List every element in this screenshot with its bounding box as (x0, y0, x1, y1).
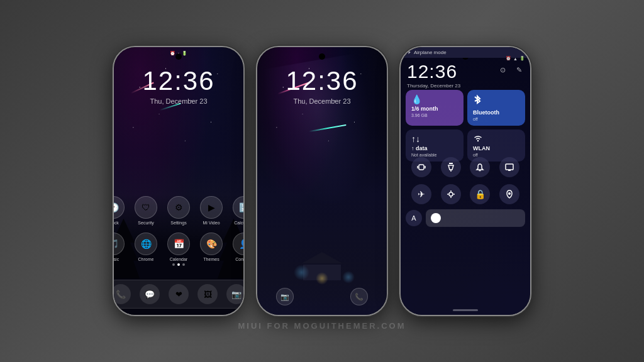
phone-2: 12:36 Thu, December 23 📷 📞 (256, 46, 388, 316)
lockscreen-clock: 12:36 Thu, December 23 (257, 66, 387, 105)
app-icon-themes[interactable]: 🎨 Themes (200, 233, 223, 261)
vibrate-toggle[interactable] (411, 157, 431, 177)
app-grid: 🕐 Clock 🛡 Security ⚙ Settings ▶ Mi Video… (114, 196, 243, 261)
app-circle-clock: 🕐 (114, 196, 125, 219)
cast-toggle[interactable] (499, 157, 519, 177)
airplane-toggle[interactable]: ✈ (411, 184, 431, 204)
signal-icon: ▲ (177, 52, 181, 56)
app-icon-calculator[interactable]: 🔢 Calculator (233, 196, 243, 225)
phone-3: ✈ Airplane mode ⏰ ▲ 🔋 12:36 Thursday, De… (399, 46, 531, 316)
airplane-icon: ✈ (407, 50, 411, 55)
page-dots (114, 263, 243, 266)
clock-display: 12:36 Thu, December 23 (114, 66, 243, 105)
edit-icon[interactable]: ✎ (513, 63, 525, 76)
bluetooth-icon (473, 94, 519, 108)
mobile-data-title: ↑ data (411, 145, 458, 151)
mobile-data-sub: Not available (411, 153, 458, 157)
brightness-slider[interactable]: ☀ (426, 209, 525, 227)
app-icon-chrome[interactable]: 🌐 Chrome (135, 233, 157, 261)
brightness-thumb (431, 213, 441, 223)
alarm-icon: ⏰ (170, 51, 175, 56)
status-icons: ⏰ ▲ 🔋 (170, 51, 188, 56)
power-button-2[interactable] (387, 129, 389, 163)
cc-clock: 12:36 Thursday, December 23 (407, 61, 460, 89)
dock-phone[interactable]: 📞 (114, 284, 131, 304)
app-label-chrome: Chrome (138, 257, 154, 261)
p3-signal-icon: ▲ (513, 57, 518, 61)
app-label-clock: Clock (114, 221, 119, 225)
dot-3 (182, 263, 185, 266)
data-tile[interactable]: 💧 1/6 month 3.96 GB (406, 90, 464, 126)
quick-toggle-row-2: ✈ 🔒 (401, 184, 530, 204)
app-label-music: Music (114, 257, 119, 261)
app-icon-security[interactable]: 🛡 Security (135, 196, 157, 225)
bluetooth-tile[interactable]: Bluetooth off (467, 90, 525, 126)
app-circle-settings: ⚙ (167, 196, 190, 219)
data-tile-icon: 💧 (411, 94, 458, 104)
watermark: MIUI FOR MOGUITHEMER.COM (238, 321, 406, 331)
lock-toggle[interactable]: 🔒 (470, 184, 490, 204)
p3-battery-icon: 🔋 (519, 56, 525, 61)
app-icon-calendar[interactable]: 📅 Calendar (167, 233, 190, 261)
lockscreen-right-btn[interactable]: 📞 (350, 288, 368, 305)
p3-action-icons: ⊙ ✎ (496, 63, 525, 76)
snow-glow-1 (294, 265, 309, 280)
phone-1: ⏰ ▲ 🔋 12:36 Thu, December 23 🕐 Clock 🛡 S… (113, 46, 245, 316)
app-circle-themes: 🎨 (200, 233, 223, 255)
cabin-light-glow (316, 272, 328, 285)
wlan-tile-title: WLAN (473, 145, 519, 151)
app-icon-mivideo[interactable]: ▶ Mi Video (200, 196, 223, 225)
dock-heart[interactable]: ❤ (169, 284, 189, 304)
app-dock: 📞 💬 ❤ 🖼 📷 (114, 280, 243, 309)
bluetooth-tile-title: Bluetooth (473, 109, 519, 116)
lockscreen-bottom: 📷 📞 (257, 288, 387, 305)
app-label-themes: Themes (203, 257, 219, 261)
lockscreen-time: 12:36 (257, 66, 387, 96)
power-button-3[interactable] (531, 129, 532, 163)
app-label-settings: Settings (170, 221, 186, 225)
snow-glow-2 (342, 271, 355, 283)
dot-2-active (177, 263, 180, 266)
svg-point-9 (449, 192, 453, 196)
app-row-1: 🕐 Clock 🛡 Security ⚙ Settings ▶ Mi Video… (114, 196, 243, 225)
app-row-2: 🎵 Music 🌐 Chrome 📅 Calendar 🎨 Themes 👤 (114, 233, 243, 261)
time-text: 12:36 (114, 66, 243, 96)
app-icon-clock[interactable]: 🕐 Clock (114, 196, 125, 225)
app-icon-contacts[interactable]: 👤 Contacts (233, 233, 243, 261)
location-toggle[interactable] (499, 184, 519, 204)
app-circle-mivideo: ▶ (200, 196, 223, 219)
app-circle-music: 🎵 (114, 233, 125, 255)
app-circle-chrome: 🌐 (135, 233, 157, 255)
phone1-screen: ⏰ ▲ 🔋 12:36 Thu, December 23 🕐 Clock 🛡 S… (114, 47, 243, 315)
app-label-calculator: Calculator (234, 221, 243, 225)
dock-gallery[interactable]: 🖼 (197, 284, 218, 304)
app-circle-security: 🛡 (135, 196, 157, 219)
wlan-icon (473, 134, 519, 144)
lockscreen-left-btn[interactable]: 📷 (276, 288, 294, 305)
camera-icon[interactable]: ⊙ (496, 63, 509, 76)
auto-icon[interactable]: A (406, 210, 422, 226)
data-tile-title: 1/6 month (411, 106, 458, 112)
app-circle-calculator: 🔢 (233, 196, 243, 219)
app-icon-music[interactable]: 🎵 Music (114, 233, 125, 261)
svg-point-14 (508, 192, 511, 195)
cabin-roof (302, 252, 342, 263)
app-circle-contacts: 👤 (233, 233, 243, 255)
brightness-row: A ☀ (406, 209, 525, 227)
cc-date: Thursday, December 23 (407, 83, 460, 89)
dock-camera[interactable]: 📷 (226, 284, 243, 304)
mobile-data-icon: ↑↓ (411, 134, 458, 144)
svg-rect-6 (506, 164, 513, 170)
p3-alarm-icon: ⏰ (506, 56, 511, 61)
app-label-contacts: Contacts (235, 257, 243, 261)
app-icon-settings[interactable]: ⚙ Settings (167, 196, 190, 225)
notification-toggle[interactable] (470, 157, 490, 177)
flashlight-toggle[interactable] (441, 157, 461, 177)
auto-brightness-toggle[interactable] (441, 184, 461, 204)
date-text: Thu, December 23 (114, 97, 243, 105)
phone2-screen: 12:36 Thu, December 23 📷 📞 (257, 47, 387, 315)
quick-toggle-row-1 (401, 157, 530, 177)
power-button[interactable] (244, 129, 245, 163)
app-circle-calendar: 📅 (167, 233, 190, 255)
dock-messages[interactable]: 💬 (140, 284, 160, 304)
